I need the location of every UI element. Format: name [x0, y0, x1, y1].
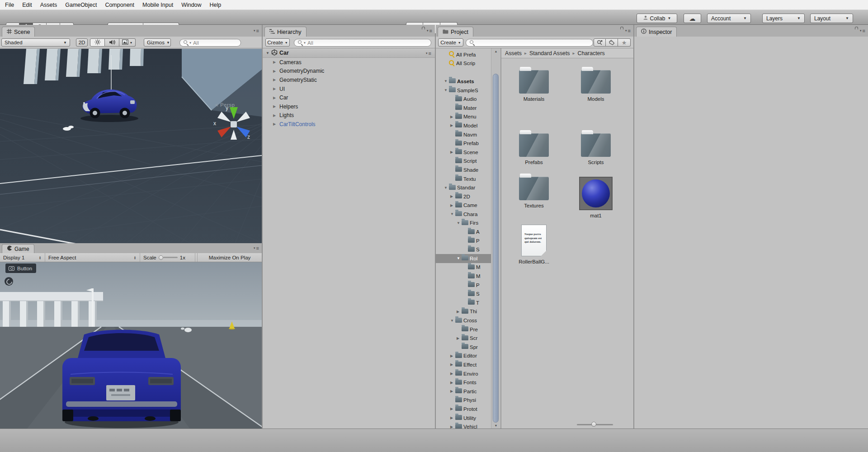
hierarchy-item-car[interactable]: ▶Car	[263, 93, 435, 102]
favorites-star-button[interactable]: ★	[618, 38, 631, 47]
game-ui-button-overlay[interactable]: Button	[5, 264, 36, 273]
scene-search-input[interactable]: ▼ All	[179, 39, 241, 47]
tab-project[interactable]: Project	[438, 27, 473, 37]
account-dropdown[interactable]: Account ▼	[707, 14, 751, 23]
foldout-closed-icon[interactable]: ▶	[450, 203, 455, 207]
foldout-open-icon[interactable]: ▼	[457, 256, 462, 260]
create-dropdown[interactable]: Create ▼	[265, 38, 290, 47]
audio-toggle[interactable]	[105, 38, 119, 47]
foldout-closed-icon[interactable]: ▶	[450, 389, 455, 393]
asset-item-textures[interactable]: Textures	[508, 177, 560, 208]
tree-folder-row[interactable]: ▶Editor	[436, 352, 491, 361]
asset-item-models[interactable]: Models	[570, 70, 622, 102]
hierarchy-item-geometrydynamic[interactable]: ▶GeometryDynamic	[263, 67, 435, 76]
scene-viewport[interactable]: y x z < Persp	[0, 49, 262, 243]
foldout-closed-icon[interactable]: ▶	[450, 381, 455, 385]
slider-knob[interactable]	[159, 255, 163, 260]
scroll-up-icon[interactable]: ▲	[491, 50, 500, 53]
thumbnail-size-slider[interactable]	[577, 422, 613, 427]
tree-folder-row[interactable]: ▼Standar	[436, 183, 491, 192]
foldout-closed-icon[interactable]: ▶	[273, 104, 279, 108]
tree-folder-row[interactable]: Physi	[436, 396, 491, 405]
foldout-closed-icon[interactable]: ▶	[450, 425, 455, 428]
menu-assets[interactable]: Assets	[36, 0, 61, 10]
foldout-closed-icon[interactable]: ▶	[273, 87, 279, 91]
tree-folder-row[interactable]: S	[436, 289, 491, 298]
maximize-on-play-button[interactable]: Maximize On Play	[197, 253, 262, 262]
effects-dropdown-toggle[interactable]: ▼	[119, 38, 136, 47]
asset-item-prefabs[interactable]: Prefabs	[508, 133, 560, 165]
foldout-closed-icon[interactable]: ▶	[450, 150, 455, 154]
panel-menu-icon[interactable]: ▼≡	[253, 29, 259, 33]
favorite-item[interactable]: All Scrip	[436, 59, 491, 68]
tree-folder-row[interactable]: A	[436, 227, 491, 236]
shading-mode-dropdown[interactable]: Shaded ▼	[1, 38, 70, 47]
tree-folder-row[interactable]: ▶Model	[436, 121, 491, 130]
tree-folder-row[interactable]: ▶Enviro	[436, 369, 491, 378]
tree-folder-row[interactable]: ▼Firs	[436, 219, 491, 228]
foldout-open-icon[interactable]: ▼	[266, 51, 269, 55]
search-by-label-button[interactable]	[606, 38, 618, 47]
search-by-type-button[interactable]	[594, 38, 606, 47]
tree-folder-row[interactable]: S	[436, 245, 491, 254]
tree-folder-row[interactable]: ▼Assets	[436, 77, 491, 86]
tree-folder-row[interactable]: ▶Vehicl	[436, 422, 491, 428]
foldout-closed-icon[interactable]: ▶	[450, 115, 455, 119]
tree-folder-row[interactable]: ▶Scr	[436, 334, 491, 343]
foldout-closed-icon[interactable]: ▶	[450, 416, 455, 420]
slider-track[interactable]	[163, 257, 178, 258]
foldout-open-icon[interactable]: ▼	[450, 212, 455, 216]
tree-folder-row[interactable]: ▶Came	[436, 201, 491, 210]
create-dropdown[interactable]: Create ▼	[438, 38, 463, 47]
game-viewport[interactable]: Button	[0, 262, 262, 428]
layout-dropdown[interactable]: Layout ▼	[810, 14, 853, 23]
foldout-closed-icon[interactable]: ▶	[450, 363, 455, 367]
menu-file[interactable]: File	[1, 0, 18, 10]
gizmos-dropdown[interactable]: Gizmos ▼	[144, 38, 171, 47]
scroll-down-icon[interactable]: ▼	[491, 424, 500, 427]
asset-item-mat1[interactable]: mat1	[570, 177, 622, 218]
menu-edit[interactable]: Edit	[18, 0, 36, 10]
breadcrumb-characters[interactable]: Characters	[578, 50, 605, 56]
tree-folder-row[interactable]: T	[436, 298, 491, 307]
slider-knob[interactable]	[591, 422, 596, 427]
tree-folder-row[interactable]: P	[436, 236, 491, 245]
tab-inspector[interactable]: Inspector	[636, 27, 677, 37]
cloud-button[interactable]: ☁	[684, 14, 701, 23]
foldout-open-icon[interactable]: ▼	[457, 221, 462, 225]
foldout-open-icon[interactable]: ▼	[444, 79, 449, 83]
tree-folder-row[interactable]: Spr	[436, 343, 491, 352]
foldout-closed-icon[interactable]: ▶	[450, 354, 455, 358]
panel-menu-icon[interactable]: ▼≡	[253, 246, 259, 250]
hierarchy-item-helpers[interactable]: ▶Helpers	[263, 102, 435, 111]
hierarchy-item-cameras[interactable]: ▶Cameras	[263, 58, 435, 67]
aspect-dropdown[interactable]: Free Aspect ▲▼	[45, 253, 140, 262]
game-ui-dial-overlay[interactable]	[5, 277, 13, 286]
hierarchy-item-lights[interactable]: ▶Lights	[263, 111, 435, 120]
foldout-closed-icon[interactable]: ▶	[273, 78, 279, 82]
asset-item-scripts[interactable]: Scripts	[570, 133, 622, 165]
tree-folder-row[interactable]: ▼SampleS	[436, 86, 491, 95]
tree-folder-row[interactable]: Shade	[436, 165, 491, 174]
scrollbar-thumb[interactable]	[493, 74, 499, 423]
hierarchy-item-ui[interactable]: ▶UI	[263, 85, 435, 94]
tree-folder-row[interactable]: Prefab	[436, 139, 491, 148]
display-dropdown[interactable]: Display 1 ▲▼	[0, 253, 45, 262]
foldout-closed-icon[interactable]: ▶	[273, 113, 279, 118]
tree-folder-row[interactable]: ▶Menu	[436, 113, 491, 122]
menu-gameobject[interactable]: GameObject	[61, 0, 101, 10]
tree-folder-row[interactable]: ▶Partic	[436, 387, 491, 396]
foldout-open-icon[interactable]: ▼	[450, 319, 455, 323]
panel-menu-icon[interactable]: ▼≡	[859, 29, 865, 33]
tab-game[interactable]: Game	[2, 244, 34, 253]
panel-menu-icon[interactable]: ▼≡	[625, 29, 631, 33]
tree-folder-row[interactable]: ▶2D	[436, 192, 491, 201]
tab-hierarchy[interactable]: Hierarchy	[264, 27, 307, 37]
foldout-closed-icon[interactable]: ▶	[273, 96, 279, 100]
tree-folder-row[interactable]: ▼Cross	[436, 316, 491, 325]
menu-help[interactable]: Help	[206, 0, 226, 10]
tree-folder-row[interactable]: Textu	[436, 174, 491, 184]
tree-scrollbar[interactable]: ▲ ▼	[491, 48, 500, 428]
lighting-toggle[interactable]	[90, 38, 105, 47]
foldout-closed-icon[interactable]: ▶	[450, 194, 455, 198]
